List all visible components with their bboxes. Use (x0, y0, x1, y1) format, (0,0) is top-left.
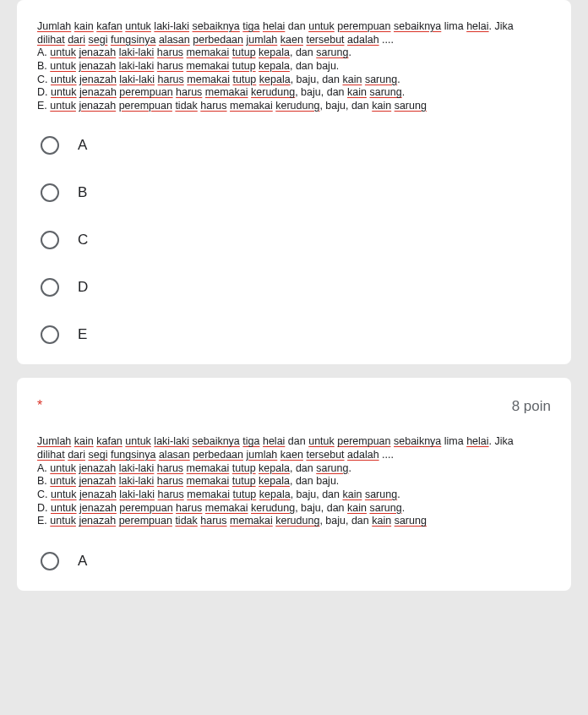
required-indicator: * (37, 398, 42, 413)
card-header: * 8 poin (37, 398, 551, 415)
question-card: Jumlah kain kafan untuk laki-laki sebaik… (17, 0, 571, 364)
question-text: Jumlah kain kafan untuk laki-laki sebaik… (37, 20, 551, 112)
option-label: D (78, 279, 88, 296)
option-a[interactable]: A (41, 552, 551, 570)
radio-icon (41, 231, 59, 249)
option-label: E (78, 326, 87, 343)
options-list: A B C D E (41, 136, 551, 344)
radio-icon (41, 183, 59, 202)
option-c[interactable]: C (41, 231, 551, 249)
option-a[interactable]: A (41, 136, 551, 155)
option-label: C (78, 232, 88, 248)
option-label: A (78, 137, 87, 154)
option-b[interactable]: B (41, 183, 551, 202)
option-label: B (78, 184, 87, 201)
radio-icon (41, 325, 59, 344)
radio-icon (41, 552, 59, 570)
radio-icon (41, 278, 59, 297)
option-d[interactable]: D (41, 278, 551, 297)
option-label: A (78, 553, 87, 570)
options-list: A (41, 552, 551, 570)
points-label: 8 poin (512, 398, 551, 415)
radio-icon (41, 136, 59, 155)
question-card: * 8 poin Jumlah kain kafan untuk laki-la… (17, 378, 571, 590)
question-text: Jumlah kain kafan untuk laki-laki sebaik… (37, 435, 551, 527)
option-e[interactable]: E (41, 325, 551, 344)
